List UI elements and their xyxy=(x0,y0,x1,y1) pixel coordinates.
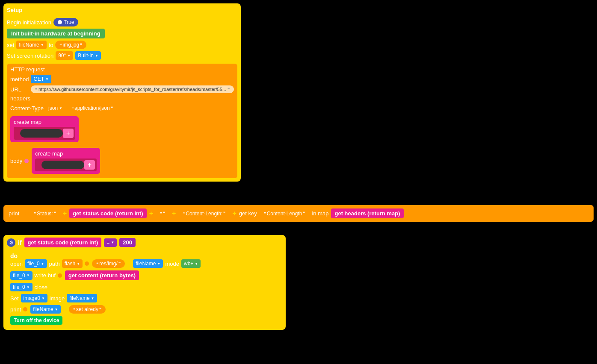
setup-title: Setup xyxy=(7,7,22,13)
headers-row: headers xyxy=(10,95,234,102)
url-label: URL xyxy=(10,86,21,93)
create-map-1-label: create map xyxy=(14,119,41,125)
write-buf-label: write buf xyxy=(35,272,56,279)
plus-1: + xyxy=(63,210,67,217)
file-var-2[interactable]: file_0 xyxy=(10,271,33,280)
content-type-label: Content-Type xyxy=(10,105,44,112)
if-outer: ⚙ if get status code (return int) = 200 … xyxy=(3,235,286,330)
print-row: print Status: + get status code (return … xyxy=(3,205,594,222)
setup-block: Setup Begin initialization True Init bui… xyxy=(3,3,241,182)
method-label: method xyxy=(10,76,29,82)
if-gear-icon: ⚙ xyxy=(7,238,15,247)
if-header: ⚙ if get status code (return int) = 200 xyxy=(7,238,282,247)
set-label-2: Set xyxy=(10,295,19,302)
file-var-3[interactable]: file_0 xyxy=(10,283,33,291)
file-var-dropdown[interactable]: file_0 xyxy=(25,259,47,268)
set-filename-row: set fileName to img.jpg xyxy=(7,41,237,49)
url-value[interactable]: https://raw.githubusercontent.com/gravit… xyxy=(31,85,234,93)
content-length-key: Content-Length xyxy=(260,209,310,218)
mode-dropdown[interactable]: wb+ xyxy=(181,259,201,268)
create-map-1: create map + xyxy=(10,116,79,142)
headers-notch xyxy=(33,97,37,101)
screen-rotation-row: Set screen rotation 90° Built-in xyxy=(7,51,237,60)
path-notch xyxy=(85,261,89,266)
http-label: HTTP request xyxy=(10,66,45,73)
turn-off-block: Turn off the device xyxy=(10,316,62,325)
to-label: to xyxy=(49,42,53,48)
if-section: ⚙ if get status code (return int) = 200 … xyxy=(3,235,286,330)
map-plus-1[interactable]: + xyxy=(63,129,74,138)
open-label: open xyxy=(10,261,23,267)
close-label: close xyxy=(35,284,47,291)
plus-4: + xyxy=(232,210,236,217)
screen-rotation-label: Set screen rotation xyxy=(7,53,53,59)
empty-str xyxy=(156,210,169,217)
do-label-row: do xyxy=(10,252,279,259)
print-label-2: print xyxy=(10,306,21,313)
mode-label: mode xyxy=(165,261,179,267)
get-status-label: get status code (return int) xyxy=(69,208,147,218)
headers-label: headers xyxy=(10,95,30,102)
set-already-val: set alredy xyxy=(69,305,106,314)
http-request-block: HTTP request method GET URL https://raw.… xyxy=(7,64,237,178)
path-value: res/img/ xyxy=(92,259,125,268)
begin-init-toggle[interactable]: True xyxy=(53,18,78,26)
eq-block[interactable]: = xyxy=(104,238,117,247)
filename-value: img.jpg xyxy=(55,41,86,49)
begin-init-row: Begin initialization True xyxy=(7,18,237,26)
url-row: URL https://raw.githubusercontent.com/gr… xyxy=(10,85,234,93)
body-notch xyxy=(24,159,29,163)
plus-2: + xyxy=(149,210,153,217)
do-section: do open file_0 path flash res/img/ + fil… xyxy=(7,250,282,327)
rotation-dropdown[interactable]: 90° xyxy=(56,51,73,60)
map-plus-2[interactable]: + xyxy=(84,160,95,170)
setup-title-row: Setup xyxy=(7,7,237,16)
status-str: Status: xyxy=(30,209,60,218)
begin-init-label: Begin initialization xyxy=(7,19,51,26)
get-content-label: get content (return bytes) xyxy=(65,270,139,280)
print-plus: + xyxy=(63,305,67,313)
init-hw-row: Init built-in hardware at beginning xyxy=(7,29,237,38)
flash-dropdown[interactable]: flash xyxy=(62,259,83,268)
http-title-row: HTTP request xyxy=(10,66,234,73)
open-row: open file_0 path flash res/img/ + fileNa… xyxy=(10,259,279,268)
url-notch xyxy=(24,87,28,91)
filename-var-dropdown-3[interactable]: fileName xyxy=(67,294,97,302)
method-row: method GET xyxy=(10,75,234,83)
if-keyword: if xyxy=(18,239,22,246)
toggle-true-label: True xyxy=(64,19,74,25)
value-200: 200 xyxy=(119,238,136,247)
init-hw-block: Init built-in hardware at beginning xyxy=(7,29,105,38)
content-type-dropdown[interactable]: json xyxy=(46,104,65,112)
filename-var-dropdown-2[interactable]: fileName xyxy=(133,259,163,268)
create-map-2: create map + xyxy=(32,148,100,174)
if-get-status: get status code (return int) xyxy=(24,238,102,247)
content-length-str: Content-Length: xyxy=(178,209,230,218)
writebuf-notch xyxy=(58,273,62,278)
path-plus: + xyxy=(127,260,131,267)
method-dropdown[interactable]: GET xyxy=(31,75,51,83)
image-label: image xyxy=(50,295,65,302)
filename-dropdown[interactable]: fileName xyxy=(16,41,46,49)
body-row: body create map + xyxy=(10,146,234,176)
path-label: path xyxy=(49,261,60,267)
body-label: body xyxy=(10,158,22,164)
plus-3: + xyxy=(172,210,176,217)
image-var-dropdown[interactable]: image0 xyxy=(21,294,47,302)
map-inner-1: + xyxy=(14,127,75,140)
filename-var-dropdown-4[interactable]: fileName xyxy=(30,305,60,314)
write-buf-row: file_0 write buf get content (return byt… xyxy=(10,270,279,280)
set-image-row: Set image0 image fileName xyxy=(10,294,279,302)
do-keyword: do xyxy=(10,252,18,259)
get-headers-label: get headers (return map) xyxy=(331,208,403,218)
map-black-fill-2 xyxy=(41,161,84,169)
print2-notch xyxy=(23,307,27,311)
in-map-label: in map xyxy=(312,210,328,217)
print-filename-row: print fileName + set alredy xyxy=(10,305,279,314)
content-type-value: application/json xyxy=(67,104,117,112)
print-label: print xyxy=(9,210,19,217)
close-row: file_0 close xyxy=(10,283,279,291)
get-key-label: get key xyxy=(239,210,257,217)
create-map-2-label: create map xyxy=(35,150,63,157)
builtin-dropdown[interactable]: Built-in xyxy=(75,51,101,60)
